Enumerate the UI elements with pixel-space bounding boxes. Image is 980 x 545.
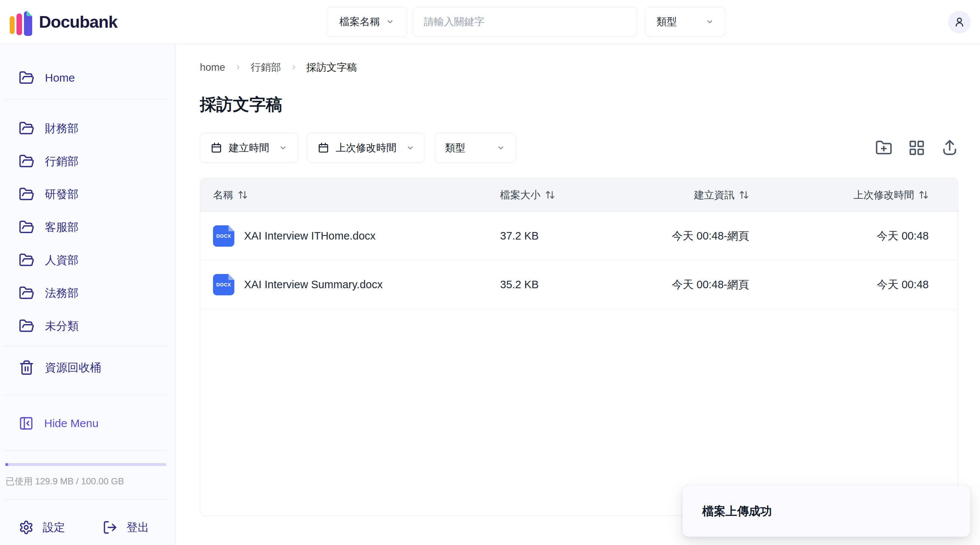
column-header-modified[interactable]: 上次修改時間 [749, 188, 929, 202]
storage-progress-bar [5, 463, 167, 466]
table-row[interactable]: DOCX XAI Interview Summary.docx 35.2 KB … [200, 261, 958, 309]
chevron-right-icon [290, 64, 298, 71]
divider [4, 346, 168, 346]
docx-file-icon: DOCX [213, 225, 234, 247]
brand-logo[interactable]: Docubank [10, 8, 118, 37]
settings-button[interactable]: 設定 [19, 520, 65, 535]
folder-open-icon [19, 219, 35, 235]
user-icon [953, 16, 966, 28]
sidebar-item-home[interactable]: Home [0, 61, 175, 94]
brand-name: Docubank [39, 12, 118, 32]
divider [4, 450, 168, 451]
sidebar-item-finance-dept[interactable]: 財務部 [0, 112, 175, 145]
calendar-icon [211, 142, 222, 154]
divider [4, 499, 168, 500]
grid-view-button[interactable] [908, 139, 925, 156]
sidebar-item-service-dept[interactable]: 客服部 [0, 211, 175, 244]
type-filter-selector-label: 類型 [657, 15, 677, 29]
sidebar-item-recycle-bin[interactable]: 資源回收桶 [0, 351, 175, 384]
sidebar-item-label: 客服部 [45, 220, 79, 235]
sidebar-footer: 設定 登出 [0, 511, 175, 544]
sidebar: Home 財務部 行銷部 研發部 客服部 人資部 法務部 未分類 [0, 44, 176, 545]
folder-open-icon [19, 121, 35, 136]
sort-icon [919, 190, 929, 200]
panel-collapse-icon [19, 416, 34, 431]
folder-open-icon [19, 318, 35, 334]
folder-open-icon [19, 252, 35, 268]
logout-icon [103, 520, 118, 535]
column-header-created[interactable]: 建立資訊 [612, 188, 749, 202]
sidebar-item-label: 行銷部 [45, 154, 79, 169]
brand-logo-icon [10, 8, 33, 37]
docx-file-icon: DOCX [213, 274, 234, 296]
file-table: 名稱 檔案大小 建立資訊 上次修改時間 DOCX X [200, 178, 958, 516]
folder-open-icon [19, 186, 35, 202]
sidebar-item-rd-dept[interactable]: 研發部 [0, 178, 175, 211]
sidebar-item-label: 未分類 [45, 319, 79, 334]
sort-icon [739, 190, 749, 200]
breadcrumb-item-marketing[interactable]: 行銷部 [251, 60, 281, 74]
upload-icon [941, 139, 958, 156]
user-avatar-button[interactable] [948, 11, 970, 33]
breadcrumb-item-current: 採訪文字稿 [307, 60, 357, 74]
table-actions [875, 133, 958, 163]
file-name: XAI Interview ITHome.docx [244, 230, 375, 242]
gear-icon [19, 520, 34, 535]
divider [4, 99, 168, 100]
filter-created-time[interactable]: 建立時間 [200, 133, 298, 163]
filter-modified-time[interactable]: 上次修改時間 [307, 133, 425, 163]
search-bar [413, 7, 638, 37]
column-header-name[interactable]: 名稱 [213, 188, 500, 202]
sidebar-item-uncategorized[interactable]: 未分類 [0, 310, 175, 343]
toast-message: 檔案上傳成功 [702, 504, 772, 519]
new-folder-button[interactable] [875, 139, 892, 156]
filter-type[interactable]: 類型 [434, 133, 516, 163]
folder-open-icon [19, 285, 35, 301]
folder-open-icon [19, 154, 35, 169]
sort-icon [545, 190, 555, 200]
folder-open-icon [19, 70, 35, 86]
breadcrumb: home 行銷部 採訪文字稿 [200, 60, 357, 74]
sidebar-item-label: 人資部 [45, 253, 79, 268]
sort-icon [238, 190, 248, 200]
search-field-selector[interactable]: 檔案名稱 [326, 7, 407, 37]
logout-button[interactable]: 登出 [103, 520, 149, 535]
hide-menu-label: Hide Menu [44, 417, 99, 430]
trash-icon [19, 360, 35, 375]
logout-label: 登出 [127, 520, 149, 535]
filter-modified-time-label: 上次修改時間 [336, 141, 396, 154]
file-name-cell: DOCX XAI Interview ITHome.docx [213, 225, 500, 247]
sidebar-item-label: 法務部 [45, 286, 79, 301]
settings-label: 設定 [43, 520, 65, 535]
table-header-row: 名稱 檔案大小 建立資訊 上次修改時間 [200, 178, 958, 212]
file-modified: 今天 00:48 [749, 277, 929, 292]
file-modified: 今天 00:48 [749, 229, 929, 244]
search-field-selector-label: 檔案名稱 [339, 15, 380, 29]
file-created: 今天 00:48-網頁 [612, 277, 749, 292]
table-row[interactable]: DOCX XAI Interview ITHome.docx 37.2 KB 今… [200, 212, 958, 261]
chevron-down-icon [279, 144, 287, 152]
sidebar-item-hr-dept[interactable]: 人資部 [0, 244, 175, 276]
file-created: 今天 00:48-網頁 [612, 229, 749, 244]
upload-button[interactable] [941, 139, 958, 156]
filter-row: 建立時間 上次修改時間 類型 [200, 133, 516, 163]
chevron-down-icon [497, 144, 505, 152]
chevron-down-icon [406, 144, 414, 152]
file-size: 37.2 KB [500, 230, 612, 242]
file-size: 35.2 KB [500, 278, 612, 291]
chevron-down-icon [386, 17, 394, 26]
sidebar-item-label: 資源回收桶 [45, 360, 101, 375]
sidebar-item-label: 研發部 [45, 187, 79, 202]
hide-menu-button[interactable]: Hide Menu [0, 407, 175, 440]
filter-type-label: 類型 [445, 141, 465, 154]
breadcrumb-item-home[interactable]: home [200, 62, 225, 73]
type-filter-selector[interactable]: 類型 [645, 7, 725, 37]
toast-upload-success: 檔案上傳成功 [682, 486, 970, 537]
search-input[interactable] [424, 16, 627, 28]
sidebar-item-marketing-dept[interactable]: 行銷部 [0, 145, 175, 178]
storage-usage-text: 已使用 129.9 MB / 100.00 GB [6, 476, 175, 487]
column-header-size[interactable]: 檔案大小 [500, 188, 612, 202]
divider [4, 395, 168, 395]
grid-view-icon [908, 139, 925, 156]
sidebar-item-legal-dept[interactable]: 法務部 [0, 276, 175, 310]
